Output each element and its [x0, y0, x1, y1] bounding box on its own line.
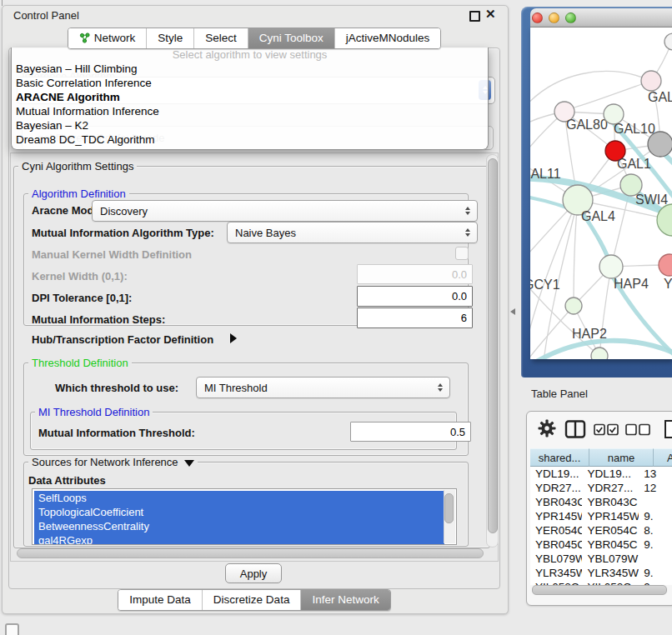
list-scrollbar[interactable] [444, 490, 455, 543]
table-cell: YPR145W [582, 509, 639, 523]
node-label: SWI4 [635, 192, 668, 207]
splitter-collapse-icon[interactable] [510, 308, 515, 315]
table-row[interactable]: YER054CYER054C8. [530, 523, 672, 538]
float-window-icon[interactable] [469, 11, 480, 22]
new-table-icon[interactable] [664, 419, 672, 439]
mi-type-combo[interactable]: Naive Bayes [227, 222, 478, 243]
table-cell: YBR045C [582, 538, 639, 552]
hub-definition-label[interactable]: Hub/Transcription Factor Definition [32, 333, 213, 346]
apply-button[interactable]: Apply [225, 563, 282, 583]
network-icon [79, 32, 90, 43]
network-view-canvas[interactable]: GALGAL80GAL10GAL1GAL11SWI4GAL4GCY1HAP4YH… [530, 28, 672, 359]
kernel-width-input[interactable] [357, 264, 473, 284]
node-label: GAL4 [581, 209, 615, 223]
network-node-hap2[interactable] [565, 298, 582, 314]
manual-kernel-label: Manual Kernel Width Definition [32, 248, 192, 261]
network-node-hap4[interactable] [599, 255, 623, 278]
network-node-gal[interactable] [641, 71, 661, 91]
algo-item-bayesian-k2[interactable]: Bayesian – K2 [12, 118, 488, 132]
screen: Control Panel ✕ Inference Algorithm gal-… [0, 0, 672, 635]
table-cell: YER054C [582, 523, 639, 538]
close-icon[interactable]: ✕ [485, 7, 496, 22]
sources-title-text: Sources for Network Inference [32, 456, 178, 468]
table-hscrollbar-thumb[interactable] [532, 585, 667, 595]
tab-infer-network[interactable]: Infer Network [300, 590, 389, 610]
tab-label: Infer Network [312, 593, 379, 606]
tab-label: Select [205, 32, 237, 44]
which-threshold-combo[interactable]: MI Threshold [196, 377, 450, 398]
expand-arrow-icon[interactable] [230, 333, 237, 343]
zoom-traffic-light-icon[interactable] [565, 12, 576, 23]
network-node-unlabeled[interactable] [664, 33, 672, 50]
mi-threshold-input[interactable] [350, 422, 471, 442]
manual-kernel-checkbox[interactable] [455, 247, 469, 260]
algo-item-dream8-dc-tdc-algorithm[interactable]: Dream8 DC_TDC Algorithm [12, 132, 488, 147]
close-traffic-light-icon[interactable] [532, 12, 543, 23]
kernel-width-label: Kernel Width (0,1): [32, 270, 128, 282]
tab-select[interactable]: Select [193, 28, 248, 48]
table-cell: YBL079W [530, 552, 582, 566]
node-label: GAL [648, 90, 672, 104]
tab-discretize-data[interactable]: Discretize Data [202, 590, 301, 610]
split-columns-icon[interactable] [564, 419, 586, 439]
select-all-checkboxes-icon[interactable] [594, 423, 619, 437]
tab-jactivemnodules[interactable]: jActiveMNodules [334, 28, 441, 48]
table-row[interactable]: YLR345WYLR345W9. [530, 566, 672, 580]
mi-steps-input[interactable] [357, 308, 473, 328]
table-row[interactable]: YDR27...YDR27...12 [530, 481, 672, 495]
algo-item-basic-correlation-inference[interactable]: Basic Correlation Inference [12, 76, 488, 90]
tab-style[interactable]: Style [146, 28, 193, 48]
table-cell: 9. [639, 509, 672, 523]
settings-hscrollbar-thumb[interactable] [17, 548, 484, 558]
attr-item-selfloops[interactable]: SelfLoops [34, 491, 444, 505]
table-cell: 13 [639, 467, 672, 481]
tab-impute-data[interactable]: Impute Data [118, 590, 202, 610]
minimize-traffic-light-icon[interactable] [549, 12, 559, 23]
stepper-icon [463, 228, 473, 237]
control-panel-title: Control Panel [13, 9, 79, 22]
collapse-arrow-icon[interactable] [184, 460, 194, 467]
table-cell: 9. [639, 566, 672, 580]
network-node-unlabeled[interactable] [648, 132, 672, 157]
deselect-all-checkboxes-icon[interactable] [625, 423, 650, 437]
table-cell: YER054C [530, 523, 582, 538]
table-row[interactable]: YPR145WYPR145W9. [530, 509, 672, 523]
algo-item-bayesian-hill-climbing[interactable]: Bayesian – Hill Climbing [12, 62, 488, 76]
node-label: GAL10 [614, 122, 655, 136]
mi-type-value: Naive Bayes [235, 227, 463, 239]
dock-panel-icon[interactable] [5, 623, 19, 635]
attr-item-betweennesscentrality[interactable]: BetweennessCentrality [34, 519, 444, 533]
column-header-shared[interactable]: shared... [530, 448, 589, 467]
settings-vscrollbar-thumb[interactable] [488, 158, 498, 533]
column-header-name[interactable]: name [589, 448, 654, 467]
table-cell: YBR043C [530, 495, 582, 509]
list-scrollbar-thumb[interactable] [444, 493, 454, 523]
table-row[interactable]: YBL079WYBL079W [530, 552, 672, 566]
cyni-settings-group-title: Cyni Algorithm Settings [18, 160, 137, 172]
tab-network[interactable]: Network [68, 28, 147, 48]
which-threshold-value: MI Threshold [204, 382, 435, 394]
node-label: HAP2 [572, 327, 607, 341]
data-attributes-list[interactable]: SelfLoopsTopologicalCoefficientBetweenne… [32, 488, 457, 545]
sources-group-title[interactable]: Sources for Network Inference [28, 456, 198, 468]
tab-cyni-toolbox[interactable]: Cyni Toolbox [248, 28, 334, 48]
algo-item-mutual-information-inference[interactable]: Mutual Information Inference [12, 104, 488, 118]
table-cell: YBL079W [582, 552, 639, 566]
mi-threshold-label: Mutual Information Threshold: [38, 427, 195, 439]
algorithm-dropdown-popup: Select algorithm to view settings Bayesi… [11, 48, 489, 150]
attr-item-gal4rgexp[interactable]: gal4RGexp [34, 533, 444, 545]
node-label: Y [664, 277, 672, 291]
attr-item-topologicalcoefficient[interactable]: TopologicalCoefficient [34, 505, 444, 519]
dropdown-placeholder: Select algorithm to view settings [12, 48, 488, 62]
aracne-mode-combo[interactable]: Discovery [92, 200, 478, 222]
network-node-y[interactable] [659, 254, 672, 276]
table-row[interactable]: YDL19...YDL19...13 [530, 467, 672, 481]
column-header-a[interactable]: A [654, 448, 672, 467]
node-label: HAP4 [614, 277, 649, 291]
network-node-unlabeled[interactable] [591, 348, 608, 359]
algo-item-aracne-algorithm[interactable]: ARACNE Algorithm [12, 90, 488, 104]
gear-icon[interactable] [538, 419, 556, 438]
dpi-tolerance-input[interactable] [357, 286, 473, 307]
table-row[interactable]: YBR043CYBR043C [530, 495, 672, 509]
table-row[interactable]: YBR045CYBR045C9. [530, 538, 672, 552]
